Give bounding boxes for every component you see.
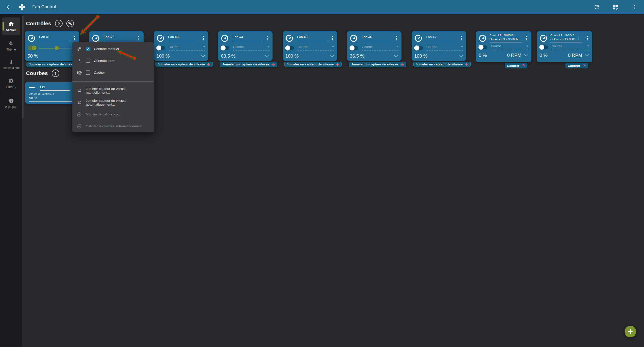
expand-button[interactable] (459, 55, 463, 58)
select-arrow-icon (396, 46, 398, 47)
thermometer-icon (8, 59, 14, 65)
control-toggle[interactable] (415, 46, 423, 50)
select-arrow-icon (332, 46, 334, 47)
manual-speed-slider[interactable] (39, 45, 76, 51)
fan-name-field[interactable]: Fan #2 (103, 35, 134, 41)
menu-item-hide[interactable]: Cacher (72, 67, 154, 79)
curve-placeholder: Courbe (298, 45, 308, 49)
pair-speed-sensor-chip[interactable]: Jumeler un capteur de vitesse (413, 62, 471, 67)
kebab-icon (461, 38, 462, 39)
curve-select[interactable]: Courbe (426, 45, 463, 51)
scrollbar-thumb[interactable] (22, 16, 23, 118)
control-toggle[interactable] (28, 46, 36, 50)
control-toggle[interactable] (479, 45, 487, 49)
menu-item-label: Modifier la calibration... (86, 112, 121, 116)
control-toggle[interactable] (286, 46, 294, 50)
curve-select[interactable]: Courbe (491, 44, 528, 50)
expand-button[interactable] (394, 55, 398, 58)
card-body: Fan #4 Courbe 63.5 % (218, 31, 273, 61)
menu-item-forced-control[interactable]: ! Contrôle forcé (72, 55, 154, 67)
pair-speed-sensor-chip[interactable]: Jumeler un capteur de vitesse (220, 62, 277, 67)
control-name-field[interactable]: Control 1 - NVIDIA GeForce RTX 3080 Ti (490, 34, 522, 42)
calibrate-icon (521, 64, 525, 68)
pair-speed-sensor-chip[interactable]: Jumeler un capteur de vitesse (284, 62, 342, 67)
menu-item-pair-manual[interactable]: Jumeler capteur de vitesse manuellement.… (72, 85, 154, 96)
arrow-back-icon (6, 4, 12, 10)
fan-name-field[interactable]: Fan #3 (168, 35, 198, 41)
control-name-field[interactable]: Control 2 - NVIDIA GeForce RTX 3080 Ti (550, 34, 582, 42)
controls-tools-button[interactable] (66, 20, 74, 27)
expand-button[interactable] (265, 55, 270, 58)
calibrate-chip[interactable]: Calibrer (505, 63, 527, 68)
expand-button[interactable] (585, 54, 589, 57)
kebab-icon (267, 38, 268, 39)
fan-name-field[interactable]: Fan #1 (39, 35, 69, 41)
expand-button[interactable] (524, 54, 528, 57)
curve-select[interactable]: Courbe (169, 45, 205, 51)
sidebar-item-label: Thème (6, 48, 16, 52)
sidebar-item-label: Param. (6, 85, 16, 89)
fan-gauge-icon (156, 34, 165, 42)
curve-select[interactable]: Courbe (552, 44, 589, 50)
checkbox-checked[interactable] (86, 47, 90, 51)
curves-help-button[interactable]: ? (52, 69, 59, 77)
calibrate-chip[interactable]: Calibrer (566, 63, 588, 68)
app-bar: Fan Control (0, 0, 644, 14)
control-card-1: Control 1 - NVIDIA GeForce RTX 3080 Ti C… (476, 31, 531, 68)
overflow-menu-button[interactable] (630, 3, 638, 11)
card-menu-button[interactable] (330, 35, 334, 41)
card-menu-button[interactable] (525, 35, 529, 41)
chip-label: Jumeler un capteur de vitesse (351, 62, 398, 66)
chevron-down-icon (394, 55, 398, 58)
fan-name-field[interactable]: Fan #4 (232, 35, 263, 41)
card-menu-button[interactable] (459, 35, 463, 41)
fan-name-field[interactable]: Fan #6 (361, 35, 392, 41)
card-menu-button[interactable] (72, 35, 76, 41)
controls-help-button[interactable]: ? (55, 20, 63, 27)
curve-placeholder: Courbe (169, 45, 179, 49)
swap-arrows-icon (76, 100, 82, 105)
curve-select[interactable]: Courbe (362, 45, 398, 51)
control-toggle[interactable] (221, 46, 229, 50)
card-menu-button[interactable] (201, 35, 205, 41)
home-icon (8, 21, 14, 27)
expand-button[interactable] (330, 55, 334, 58)
chevron-down-icon (524, 54, 528, 57)
fan-plus-icon (400, 62, 404, 66)
fan-speed-value-field[interactable]: 50 % (29, 96, 77, 102)
card-menu-button[interactable] (266, 35, 270, 41)
curve-select[interactable]: Courbe (298, 45, 334, 51)
card-menu-button[interactable] (137, 35, 141, 41)
curve-name-field[interactable]: Flat (40, 85, 70, 91)
back-button[interactable] (5, 3, 13, 11)
refresh-button[interactable] (593, 3, 601, 11)
fan-card-4: Fan #4 Courbe 63.5 % (218, 31, 277, 67)
control-toggle[interactable] (350, 46, 358, 50)
control-toggle[interactable] (540, 45, 548, 49)
fan-name-field[interactable]: Fan #7 (426, 35, 456, 41)
dashboard-edit-icon (612, 4, 619, 10)
card-menu-button[interactable] (585, 35, 589, 41)
card-menu-button[interactable] (395, 35, 399, 41)
toggle-knob (350, 45, 355, 51)
sidebar-item-accueil[interactable]: Accueil (2, 17, 20, 35)
checkbox-unchecked[interactable] (86, 70, 90, 75)
add-button[interactable] (625, 326, 636, 337)
control-toggle[interactable] (157, 46, 165, 50)
slider-handle[interactable] (55, 46, 59, 50)
sidebar-item-theme[interactable]: Thème (0, 41, 22, 52)
sidebar-item-status-icons[interactable]: Icônes d'état (0, 59, 22, 70)
menu-item-manual-control[interactable]: Contrôle manuel (72, 43, 154, 55)
fan-name-field[interactable]: Fan #5 (297, 35, 327, 41)
checkbox-unchecked[interactable] (86, 59, 90, 63)
menu-item-pair-auto[interactable]: Jumeler capteur de vitesse automatiqueme… (72, 96, 154, 108)
expand-button[interactable] (201, 55, 205, 58)
pair-speed-sensor-chip[interactable]: Jumeler un capteur de vitesse (155, 62, 213, 67)
pair-speed-sensor-chip[interactable]: Jumeler un capteur de vitesse (349, 62, 406, 67)
app-bar-actions (593, 3, 644, 11)
sidebar-item-settings[interactable]: Param. (0, 78, 22, 89)
edit-layout-button[interactable] (611, 3, 620, 11)
chip-label: Jumeler un capteur de vitesse (158, 62, 205, 66)
curve-select[interactable]: Courbe (233, 45, 270, 51)
sidebar-item-about[interactable]: À propos (0, 98, 22, 109)
